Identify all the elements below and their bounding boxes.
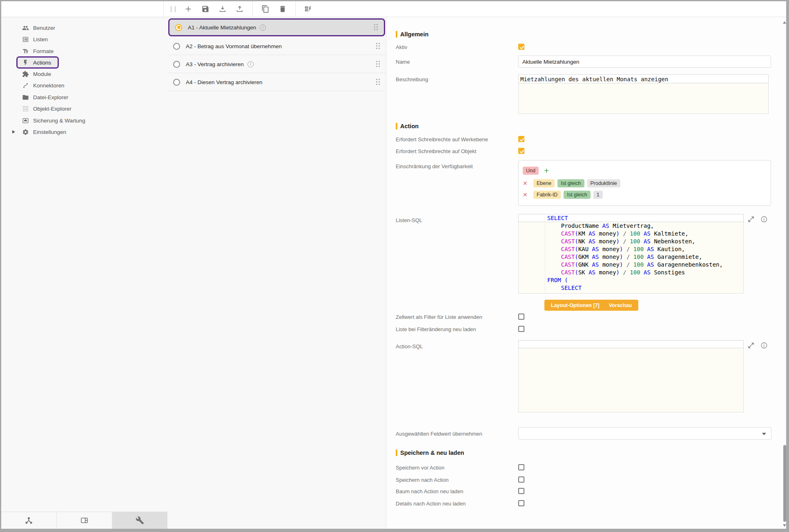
- row-radio[interactable]: [175, 24, 182, 31]
- zellwert-checkbox[interactable]: [518, 314, 524, 320]
- sidebar-tab-layout[interactable]: [57, 512, 112, 529]
- action-list-row[interactable]: A4 - Diesen Vertrag archivieren: [167, 73, 386, 91]
- text-format-icon: [22, 47, 29, 55]
- layout-optionen-button[interactable]: Layout-Optionen [7]: [544, 300, 606, 311]
- liste-neu-laden-checkbox[interactable]: [518, 326, 524, 332]
- sidebar-item-actions[interactable]: Actions: [1, 58, 167, 67]
- listen-sql-editor[interactable]: SELECT ProductName AS Mietvertrag, CAST(…: [518, 214, 744, 294]
- app-window: BenutzerListenFormateActionsModuleKonnek…: [0, 0, 789, 532]
- action-sql-icons: [747, 342, 768, 349]
- toolbar-separator: [252, 1, 253, 17]
- section-action: Action: [396, 122, 419, 129]
- speichern-row-label: Baum nach Action neu laden: [396, 488, 464, 494]
- speichern-row-checkbox[interactable]: [518, 500, 524, 506]
- section-title: Action: [400, 123, 419, 129]
- toolbar-divider: [163, 1, 164, 17]
- sidebar-item-listen[interactable]: Listen: [1, 34, 167, 44]
- scrollbar-thumb[interactable]: [783, 445, 786, 522]
- scroll-up-arrow-icon[interactable]: [783, 21, 786, 24]
- sidebar-item-label: Objekt-Explorer: [33, 106, 71, 112]
- schreibrechte-werkebene-checkbox[interactable]: [518, 136, 524, 142]
- info-icon[interactable]: [760, 342, 768, 349]
- row-radio[interactable]: [173, 61, 180, 68]
- info-icon[interactable]: [247, 61, 254, 67]
- condition-operator-chip[interactable]: Ist gleich: [557, 179, 584, 187]
- toolbar-drag-handle[interactable]: [171, 6, 176, 12]
- expander-caret-icon[interactable]: [12, 130, 15, 134]
- schreibrechte-objekt-checkbox[interactable]: [518, 148, 524, 154]
- list-icon: [22, 36, 29, 43]
- section-accent-bar: [396, 31, 397, 38]
- info-icon[interactable]: [760, 216, 768, 223]
- sql-line: SELECT: [547, 214, 723, 222]
- filter-condition-row: ✕Fabrik-IDIst gleich1: [523, 191, 603, 199]
- listen-sql-icons: [747, 216, 768, 223]
- action-list-button[interactable]: [304, 4, 313, 13]
- sidebar-tab-tree[interactable]: [1, 512, 57, 529]
- sidebar-item-datei-explorer[interactable]: Datei-Explorer: [1, 92, 167, 102]
- sidebar-item-label: Actions: [33, 60, 51, 66]
- expand-icon[interactable]: [747, 216, 755, 223]
- action-list-row[interactable]: A1 - Aktuelle Mietzahlungen: [168, 18, 385, 36]
- condition-field-chip[interactable]: Fabrik-ID: [533, 191, 561, 199]
- conjunction-chip[interactable]: Und: [523, 167, 539, 175]
- toolbar-buttons: [167, 1, 313, 17]
- remove-condition-icon[interactable]: ✕: [523, 191, 533, 198]
- sidebar-item-module[interactable]: Module: [1, 69, 167, 79]
- schreibrechte-objekt-label: Erfordert Schreibrechte auf Objekt: [396, 148, 476, 154]
- drag-handle-icon[interactable]: [376, 61, 380, 67]
- row-radio[interactable]: [173, 79, 180, 86]
- drag-handle-icon[interactable]: [376, 79, 380, 85]
- remove-condition-icon[interactable]: ✕: [523, 180, 533, 187]
- action-list-row[interactable]: A3 - Vertrag archivieren: [167, 56, 386, 73]
- sidebar-item-benutzer[interactable]: Benutzer: [1, 23, 167, 33]
- sidebar-tab-wrench[interactable]: [112, 512, 167, 529]
- speichern-row-checkbox[interactable]: [518, 464, 524, 470]
- drag-handle-icon[interactable]: [376, 43, 380, 49]
- chevron-down-icon: [762, 433, 766, 435]
- scroll-down-arrow-icon[interactable]: [783, 524, 786, 527]
- section-allgemein: Allgemein: [396, 31, 428, 38]
- upload-button[interactable]: [235, 4, 244, 13]
- sql-line: CAST(SK AS money) / 100 AS Sonstiges: [547, 269, 723, 276]
- copy-button[interactable]: [261, 4, 270, 13]
- section-accent-bar: [396, 123, 397, 129]
- condition-value-chip[interactable]: 1: [593, 191, 603, 199]
- drag-handle-icon[interactable]: [374, 24, 378, 31]
- row-radio[interactable]: [173, 43, 180, 50]
- save-button[interactable]: [201, 4, 210, 13]
- sidebar-item-objekt-explorer[interactable]: Objekt-Explorer: [1, 104, 167, 114]
- delete-button[interactable]: [278, 4, 287, 13]
- vorschau-button[interactable]: Vorschau: [602, 300, 638, 311]
- download-button[interactable]: [218, 4, 227, 13]
- condition-field-chip[interactable]: Ebene: [533, 179, 555, 187]
- condition-value-chip[interactable]: Produktlinie: [587, 179, 620, 187]
- aktiv-checkbox[interactable]: [518, 44, 524, 50]
- sql-line: ProductName AS Mietvertrag,: [547, 222, 723, 230]
- speichern-row-checkbox[interactable]: [518, 488, 524, 494]
- add-button[interactable]: [184, 4, 193, 13]
- speichern-row-checkbox[interactable]: [518, 476, 524, 483]
- users-icon: [22, 24, 29, 31]
- action-list-row[interactable]: A2 - Betrag aus Vormonat übernehmen: [167, 38, 386, 55]
- sidebar-item-einstellungen[interactable]: Einstellungen: [1, 127, 167, 137]
- sidebar-item-label: Listen: [33, 36, 48, 42]
- puzzle-icon: [22, 70, 29, 78]
- condition-operator-chip[interactable]: Ist gleich: [564, 191, 590, 199]
- speichern-row-label: Details nach Action neu laden: [396, 501, 466, 507]
- filter-condition-row: ✕EbeneIst gleichProduktlinie: [523, 179, 620, 187]
- beschreibung-editor[interactable]: Mietzahlungen des aktuellen Monats anzei…: [518, 74, 769, 114]
- feldwert-select[interactable]: [518, 427, 771, 440]
- add-condition-icon[interactable]: +: [544, 167, 549, 174]
- expand-icon[interactable]: [747, 342, 755, 349]
- sidebar-item-formate[interactable]: Formate: [1, 46, 167, 56]
- action-sql-label: Action-SQL: [396, 343, 423, 349]
- gear-icon: [22, 128, 29, 136]
- sidebar-item-konnektoren[interactable]: Konnektoren: [1, 80, 167, 90]
- toolbar-separator: [295, 1, 296, 17]
- sidebar-tabbar: [1, 512, 167, 529]
- info-icon[interactable]: [260, 24, 266, 31]
- action-sql-editor[interactable]: [518, 340, 744, 412]
- name-input[interactable]: Aktuelle Mietzahlungen: [518, 56, 771, 68]
- sidebar-item-sicherung-wartung[interactable]: Sicherung & Wartung: [1, 116, 167, 125]
